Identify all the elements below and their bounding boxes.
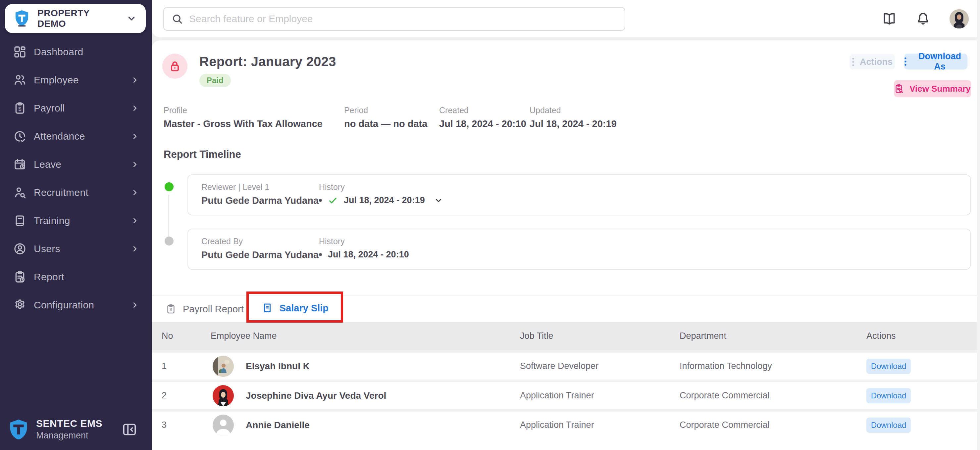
timeline-role: Reviewer | Level 1: [201, 182, 319, 192]
sidebar-item-label: Users: [34, 243, 124, 254]
topbar: [152, 0, 980, 37]
attendance-icon: [13, 130, 27, 143]
timeline-person: Putu Gede Darma Yudana: [201, 249, 319, 260]
sidebar-item-label: Employee: [34, 74, 124, 86]
svg-text:$: $: [170, 307, 172, 312]
table-row: 1 Elsyah Ibnul K Software Developer Info…: [152, 350, 980, 380]
main-area: Report: January 2023 Paid Actions Downlo…: [152, 0, 980, 450]
actions-button[interactable]: Actions: [850, 54, 895, 70]
sidebar-item-report[interactable]: Report: [0, 263, 152, 291]
meta-period: Period no data — no data: [344, 106, 439, 129]
salary-slip-table: No Employee Name Job Title Department Ac…: [152, 322, 980, 439]
sidebar-item-label: Recruitment: [34, 187, 124, 198]
sidebar-item-label: Configuration: [34, 299, 124, 311]
chevron-right-icon: [131, 217, 138, 224]
download-button[interactable]: Download: [866, 418, 911, 433]
section-heading: Report Timeline: [164, 149, 971, 160]
col-actions: Actions: [866, 331, 980, 341]
sidebar-item-payroll[interactable]: $ Payroll: [0, 94, 152, 122]
timeline-entry: Reviewer | Level 1 Putu Gede Darma Yudan…: [164, 174, 971, 215]
timeline-person: Putu Gede Darma Yudana: [201, 195, 319, 206]
sidebar-item-label: Attendance: [34, 131, 124, 142]
user-avatar[interactable]: [950, 9, 969, 29]
report-tabs: $ Payroll Report Salary Slip: [152, 295, 980, 322]
tab-payroll-report[interactable]: $ Payroll Report: [164, 296, 250, 322]
download-button[interactable]: Download: [866, 359, 911, 374]
col-department: Department: [679, 331, 866, 341]
training-icon: [13, 214, 27, 227]
workspace-name: PROPERTY DEMO: [37, 8, 119, 29]
download-button[interactable]: Download: [866, 388, 911, 403]
salary-slip-icon: [262, 303, 273, 314]
sidebar-item-label: Dashboard: [34, 46, 138, 57]
view-summary-button[interactable]: View Summary: [894, 80, 971, 97]
meta-created: Created Jul 18, 2024 - 20:10: [439, 106, 530, 129]
sidebar-item-label: Training: [34, 215, 124, 226]
payroll-report-icon: $: [165, 304, 176, 314]
app-root: PROPERTY DEMO Dashboard Employee $ Payro…: [0, 0, 980, 450]
page-title: Report: January 2023: [199, 54, 336, 69]
status-badge: Paid: [199, 74, 231, 87]
search-input[interactable]: [189, 13, 617, 24]
sidebar-item-employee[interactable]: Employee: [0, 66, 152, 94]
users-icon: [13, 242, 27, 255]
history-date: Jul 18, 2024 - 20:19: [344, 195, 425, 206]
timeline-entry: Created By Putu Gede Darma Yudana Histor…: [164, 229, 971, 270]
employee-name: Josephine Diva Ayur Veda Verol: [246, 390, 386, 401]
meta-profile: Profile Master - Gross With Tax Allowanc…: [164, 106, 344, 129]
timeline-dot-active: [165, 182, 173, 191]
global-search: [163, 7, 625, 31]
approved-check-icon: [328, 196, 338, 206]
sidebar-nav: Dashboard Employee $ Payroll Attendance …: [0, 38, 152, 319]
timeline-role: Created By: [201, 236, 319, 246]
sidebar-item-leave[interactable]: Leave: [0, 150, 152, 178]
chevron-right-icon: [131, 301, 138, 309]
scrollbar[interactable]: [977, 0, 980, 450]
clipboard-search-icon: [894, 84, 904, 93]
sidebar-item-training[interactable]: Training: [0, 206, 152, 235]
employee-avatar-placeholder: [213, 415, 234, 436]
history-label: History: [319, 236, 409, 246]
col-no: No: [162, 331, 211, 341]
collapse-sidebar-icon[interactable]: [122, 422, 137, 437]
timeline-dot-inactive: [165, 236, 173, 246]
sidebar-item-configuration[interactable]: Configuration: [0, 291, 152, 319]
chevron-right-icon: [131, 105, 138, 112]
employee-avatar: [213, 356, 234, 377]
docs-book-icon[interactable]: [882, 11, 897, 26]
sidebar-item-users[interactable]: Users: [0, 235, 152, 263]
chevron-right-icon: [131, 245, 138, 252]
report-timeline: Report Timeline Reviewer | Level 1 Putu …: [164, 149, 971, 270]
sidebar-item-attendance[interactable]: Attendance: [0, 122, 152, 150]
sentec-shield-logo: [9, 419, 28, 440]
meta-updated: Updated Jul 18, 2024 - 20:19: [530, 106, 617, 129]
sidebar-footer: SENTEC EMS Management: [0, 418, 152, 441]
sidebar: PROPERTY DEMO Dashboard Employee $ Payro…: [0, 0, 152, 450]
sentec-shield-logo: [14, 10, 29, 27]
lock-icon: [162, 54, 188, 79]
notification-bell-icon[interactable]: [916, 11, 930, 26]
timeline-card: Reviewer | Level 1 Putu Gede Darma Yudan…: [188, 174, 971, 215]
dashboard-icon: [13, 45, 27, 59]
table-row: 2 Josephine Diva Ayur Veda Verol Applica…: [152, 380, 980, 409]
employee-icon: [13, 73, 27, 87]
sidebar-item-label: Report: [34, 271, 138, 282]
expand-history-chevron-icon[interactable]: [434, 196, 443, 205]
report-detail-card: Report: January 2023 Paid Actions Downlo…: [152, 40, 980, 450]
svg-text:$: $: [18, 106, 21, 112]
timeline-card: Created By Putu Gede Darma Yudana Histor…: [188, 229, 971, 270]
tab-salary-slip[interactable]: Salary Slip: [250, 296, 340, 322]
brand-name: SENTEC EMS: [36, 418, 114, 429]
employee-name: Elsyah Ibnul K: [246, 361, 310, 372]
configuration-icon: [13, 298, 27, 312]
recruitment-icon: [13, 186, 27, 199]
col-job-title: Job Title: [520, 331, 679, 341]
download-as-button[interactable]: Download As: [904, 54, 967, 70]
sidebar-item-dashboard[interactable]: Dashboard: [0, 38, 152, 66]
sidebar-item-recruitment[interactable]: Recruitment: [0, 178, 152, 206]
employee-name: Annie Danielle: [246, 420, 310, 431]
workspace-switcher[interactable]: PROPERTY DEMO: [5, 4, 146, 33]
report-meta: Profile Master - Gross With Tax Allowanc…: [164, 106, 971, 129]
chevron-right-icon: [131, 189, 138, 196]
employee-avatar: [213, 385, 234, 406]
